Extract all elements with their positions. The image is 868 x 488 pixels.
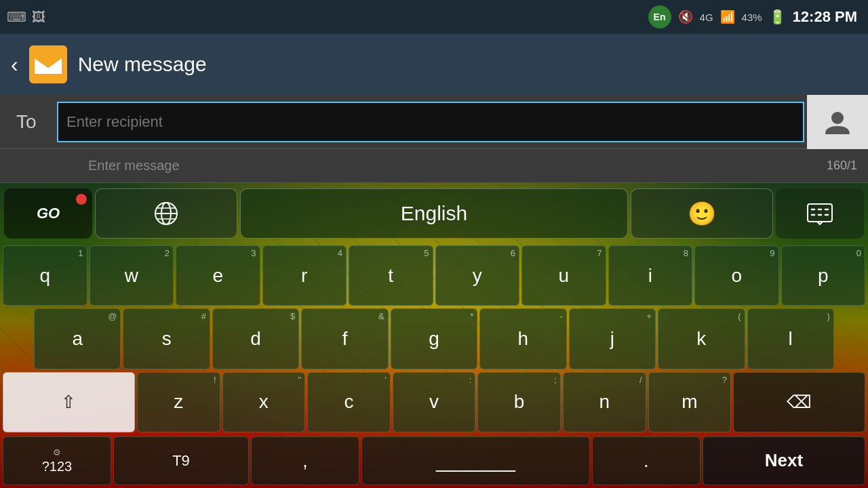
- to-label: To: [0, 111, 54, 133]
- app-icon: [29, 45, 67, 83]
- next-button[interactable]: Next: [703, 436, 865, 485]
- char-count: 160/1: [827, 159, 857, 173]
- backspace-button[interactable]: ⌫: [733, 372, 865, 432]
- keyboard-hide-icon: [806, 200, 833, 227]
- keyboard-icon: ⌨: [7, 9, 26, 25]
- key-l[interactable]: )l: [747, 308, 834, 369]
- shift-button[interactable]: ⇧: [3, 372, 135, 432]
- language-badge: En: [648, 5, 671, 28]
- language-switch-button[interactable]: [95, 188, 237, 239]
- key-n[interactable]: /n: [563, 372, 646, 432]
- english-label: English: [401, 202, 467, 225]
- t9-label: T9: [172, 452, 190, 470]
- key-e[interactable]: 3e: [176, 245, 260, 306]
- app-bar: ‹ New message: [0, 34, 868, 95]
- key-v[interactable]: :v: [393, 372, 476, 432]
- t9-button[interactable]: T9: [113, 436, 249, 485]
- num-sym-button[interactable]: ⚙ ?123: [3, 436, 111, 485]
- key-y[interactable]: 6y: [435, 245, 520, 306]
- page-title: New message: [78, 53, 207, 76]
- key-m[interactable]: ?m: [648, 372, 732, 432]
- key-j[interactable]: +j: [569, 308, 656, 369]
- notification-dot: [76, 194, 87, 205]
- next-label: Next: [765, 450, 803, 471]
- period-label: .: [644, 450, 649, 472]
- key-q[interactable]: 1q: [3, 245, 87, 306]
- english-button[interactable]: English: [240, 188, 628, 239]
- comma-label: ,: [302, 450, 308, 472]
- recipient-input[interactable]: [57, 102, 804, 142]
- keyboard-row-2: @a #s $d &f *g -h +j (k )l: [0, 307, 868, 370]
- to-row: To: [0, 95, 868, 149]
- key-o[interactable]: 9o: [694, 245, 779, 306]
- image-icon: 🖼: [32, 9, 45, 25]
- keyboard: GO English 🙂: [0, 183, 868, 488]
- key-w[interactable]: 2w: [90, 245, 174, 306]
- message-row: Enter message 160/1: [0, 149, 868, 183]
- period-button[interactable]: .: [592, 436, 701, 485]
- spacebar-label: _______: [436, 449, 515, 472]
- message-placeholder: Enter message: [88, 158, 180, 174]
- key-u[interactable]: 7u: [521, 245, 606, 306]
- signal-icon: 📶: [720, 9, 735, 24]
- globe-icon: [153, 200, 180, 227]
- key-h[interactable]: -h: [479, 308, 566, 369]
- comma-button[interactable]: ,: [251, 436, 359, 485]
- key-t[interactable]: 5t: [349, 245, 433, 306]
- go-label: GO: [37, 205, 60, 222]
- key-b[interactable]: ;b: [477, 372, 561, 432]
- contact-picker-button[interactable]: [807, 95, 868, 149]
- network-type: 4G: [700, 12, 713, 23]
- battery-icon: 🔋: [769, 9, 786, 25]
- key-a[interactable]: @a: [34, 308, 121, 369]
- back-button[interactable]: ‹: [11, 52, 18, 77]
- key-i[interactable]: 8i: [608, 245, 693, 306]
- battery-pct: 43%: [742, 12, 762, 23]
- key-d[interactable]: $d: [212, 308, 299, 369]
- key-f[interactable]: &f: [301, 308, 388, 369]
- emoji-button[interactable]: 🙂: [631, 188, 773, 239]
- key-z[interactable]: !z: [137, 372, 220, 432]
- keyboard-row-1: 1q 2w 3e 4r 5t 6y 7u 8i 9o 0p: [0, 244, 868, 307]
- keyboard-bottom-row: ⚙ ?123 T9 , _______ . Next: [0, 434, 868, 488]
- keyboard-top-row: GO English 🙂: [0, 183, 868, 244]
- key-c[interactable]: 'c: [307, 372, 391, 432]
- key-s[interactable]: #s: [123, 308, 210, 369]
- status-bar: ⌨ 🖼 En 🔇 4G 📶 43% 🔋 12:28 PM: [0, 0, 868, 34]
- key-k[interactable]: (k: [658, 308, 745, 369]
- space-button[interactable]: _______: [361, 436, 590, 485]
- hide-keyboard-button[interactable]: [776, 188, 864, 239]
- mute-icon: 🔇: [678, 9, 693, 24]
- key-r[interactable]: 4r: [262, 245, 347, 306]
- emoji-icon: 🙂: [688, 200, 716, 227]
- key-x[interactable]: "x: [222, 372, 306, 432]
- svg-rect-7: [808, 204, 832, 222]
- svg-point-1: [831, 112, 844, 124]
- keyboard-row-3: ⇧ !z "x 'c :v ;b /n ?m ⌫: [0, 371, 868, 434]
- clock: 12:28 PM: [793, 8, 857, 26]
- key-p[interactable]: 0p: [781, 245, 866, 306]
- go-button[interactable]: GO: [4, 188, 92, 239]
- key-g[interactable]: *g: [391, 308, 477, 369]
